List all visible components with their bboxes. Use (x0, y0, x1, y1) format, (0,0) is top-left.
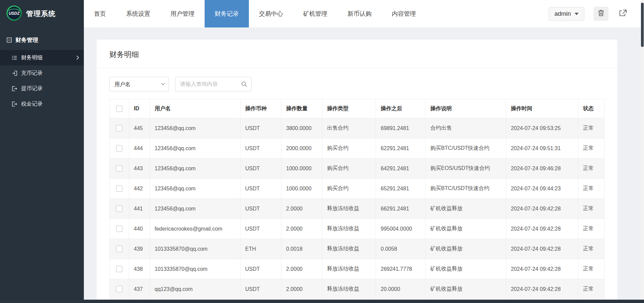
column-header: 状态 (578, 99, 604, 118)
cell: 69891.2481 (376, 118, 426, 138)
nav-tab[interactable]: 矿机管理 (293, 0, 337, 27)
nav-tab[interactable]: 首页 (84, 0, 116, 27)
cell: 442 (129, 179, 150, 199)
sidebar-menu: 财务明细充币记录提币记录税金记录 (0, 50, 84, 112)
vertical-scrollbar[interactable] (641, 0, 644, 300)
nav-tab[interactable]: 系统设置 (116, 0, 160, 27)
sidebar-item[interactable]: 充币记录 (0, 65, 84, 81)
cell: 矿机收益释放 (426, 219, 506, 239)
trash-icon (598, 10, 604, 18)
cell: USDT (240, 259, 281, 279)
field-select-wrap: 用户名 (109, 77, 169, 92)
row-checkbox[interactable] (116, 125, 122, 131)
cell: 购买合约 (322, 138, 376, 159)
cell: ETH (240, 239, 281, 259)
row-checkbox[interactable] (116, 145, 122, 152)
row-checkbox[interactable] (116, 226, 122, 232)
trash-button[interactable] (594, 7, 608, 21)
table-body: 445123456@qq.comUSDT3800.0000出售合约69891.2… (110, 118, 604, 303)
sidebar-item[interactable]: 提币记录 (0, 81, 84, 96)
table-row: 443123456@qq.comUSDT1000.0000购买合约64291.2… (110, 159, 604, 179)
row-checkbox[interactable] (116, 165, 122, 172)
cell: 矿机收益释放 (426, 279, 506, 299)
nav-tab[interactable]: 内容管理 (382, 0, 426, 27)
cell: USDT (240, 118, 281, 138)
column-header: 操作时间 (506, 99, 578, 118)
cell: 269241.7778 (376, 259, 426, 279)
brand-logo-icon: USDZ (6, 5, 22, 22)
cell: USDT (240, 219, 281, 239)
nav-tab[interactable]: 财务记录 (205, 0, 249, 27)
sidebar-item-label: 提币记录 (21, 85, 43, 92)
cell: 441 (129, 199, 150, 219)
nav-tab[interactable]: 交易中心 (249, 0, 293, 27)
export-icon (619, 10, 627, 18)
cell: 释放冻结收益 (322, 239, 376, 259)
search-icon[interactable] (241, 81, 247, 87)
main-content: 财务明细 用户名 (84, 27, 644, 303)
cell: 445 (129, 118, 150, 138)
table-row: 442123456@qq.comUSDT1000.0000购买合约65291.2… (110, 179, 604, 199)
sidebar-item[interactable]: 财务明细 (0, 50, 84, 65)
row-checkbox[interactable] (116, 246, 122, 252)
cell: 438 (129, 259, 150, 279)
cell: 正常 (578, 259, 604, 279)
column-header: 用户名 (150, 99, 240, 118)
cell: 437 (129, 279, 150, 299)
search-input[interactable] (175, 77, 252, 92)
nav-tab[interactable]: 新币认购 (337, 0, 382, 27)
table-row: 440federicacrookes@gmail.comUSDT2.0000释放… (110, 219, 604, 239)
list-icon (12, 55, 17, 60)
collapse-square-icon (7, 38, 12, 43)
brand-logo-text: USDZ (9, 11, 20, 16)
cell: 123456@qq.com (150, 159, 240, 179)
row-checkbox[interactable] (116, 185, 122, 192)
cell: federicacrookes@gmail.com (150, 219, 240, 239)
export-button[interactable] (618, 8, 628, 20)
cell: 123456@qq.com (150, 179, 240, 199)
horizontal-scrollbar[interactable] (0, 300, 644, 303)
cell: 2024-07-24 09:46:28 (506, 159, 578, 179)
records-table: ID用户名操作币种操作数量操作类型操作之后操作说明操作时间状态 44512345… (109, 99, 604, 303)
cell: 释放冻结收益 (322, 199, 376, 219)
cell: 0.0058 (376, 239, 426, 259)
cell: 65291.2481 (376, 179, 426, 199)
cell: 矿机收益释放 (426, 259, 506, 279)
sidebar-item-label: 充币记录 (21, 70, 43, 77)
row-checkbox[interactable] (116, 266, 122, 272)
field-select[interactable]: 用户名 (109, 77, 169, 92)
column-header: 操作类型 (322, 99, 376, 118)
cell: 正常 (578, 179, 604, 199)
sign-in-icon (12, 71, 17, 76)
records-table-wrap: ID用户名操作币种操作数量操作类型操作之后操作说明操作时间状态 44512345… (97, 99, 617, 303)
cell: qq123@qq.com (150, 279, 240, 299)
column-header: 操作之后 (376, 99, 426, 118)
cell: 出售合约 (322, 118, 376, 138)
sidebar-item[interactable]: 税金记录 (0, 96, 84, 112)
row-checkbox[interactable] (116, 205, 122, 212)
cell: 1000.0000 (281, 179, 322, 199)
cell: 2.0000 (281, 259, 322, 279)
cell: 2024-07-24 09:42:28 (506, 259, 578, 279)
sidebar-section[interactable]: 财务管理 (0, 27, 84, 50)
select-all-checkbox[interactable] (116, 106, 122, 112)
table-row: 445123456@qq.comUSDT3800.0000出售合约69891.2… (110, 118, 604, 138)
cell: 释放冻结收益 (322, 259, 376, 279)
table-row: 4381013335870@qq.comUSDT2.0000释放冻结收益2692… (110, 259, 604, 279)
search-wrap (175, 77, 252, 92)
cell: 2024-07-24 09:42:28 (506, 219, 578, 239)
chevron-right-icon (76, 56, 79, 60)
sidebar-item-label: 财务明细 (21, 54, 43, 61)
cell: 正常 (578, 219, 604, 239)
nav-tab[interactable]: 用户管理 (160, 0, 205, 27)
cell: 2024-07-24 09:51:31 (506, 138, 578, 159)
row-checkbox[interactable] (116, 286, 122, 292)
cell: 正常 (578, 239, 604, 259)
vertical-scrollbar-thumb[interactable] (641, 3, 644, 47)
admin-menu-button[interactable]: admin (549, 7, 584, 21)
cell: 1000.0000 (281, 159, 322, 179)
cell: 123456@qq.com (150, 199, 240, 219)
column-header: 操作数量 (281, 99, 322, 118)
cell: 64291.2481 (376, 159, 426, 179)
cell: 释放冻结收益 (322, 279, 376, 299)
